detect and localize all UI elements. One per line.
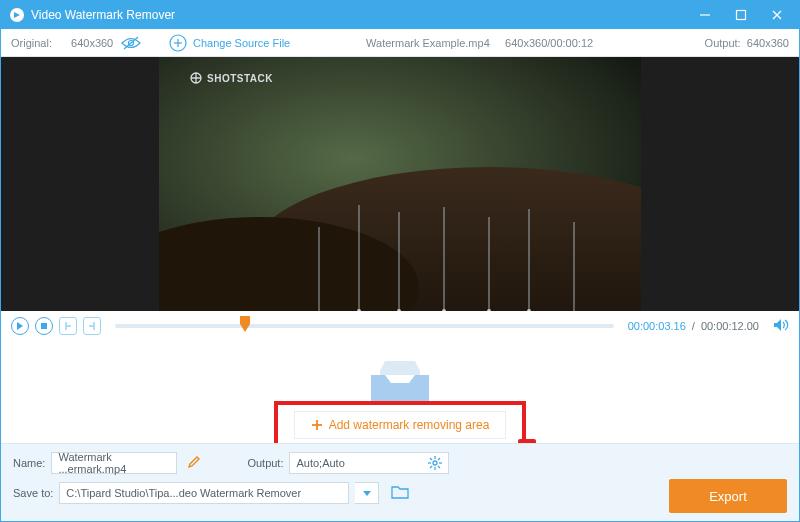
tray-icon (371, 361, 429, 403)
video-frame[interactable]: SHOTSTACK (159, 57, 641, 311)
watermark-logo: SHOTSTACK (189, 71, 273, 85)
time-sep: / (692, 320, 695, 332)
output-format-field[interactable]: Auto;Auto (289, 452, 449, 474)
svg-line-33 (430, 458, 432, 460)
name-label: Name: (13, 457, 45, 469)
svg-rect-2 (737, 11, 746, 20)
app-window: Video Watermark Remover Original: 640x36… (0, 0, 800, 522)
file-dur: 00:00:12 (550, 37, 593, 49)
save-to-field[interactable]: C:\Tipard Studio\Tipa...deo Watermark Re… (59, 482, 349, 504)
add-watermark-area-button[interactable]: Add watermark removing area (294, 411, 507, 439)
file-name: Watermark Example.mp4 (366, 37, 490, 49)
time-total: 00:00:12.00 (701, 320, 759, 332)
file-dim: 640x360 (505, 37, 547, 49)
stop-button[interactable] (35, 317, 53, 335)
save-to-label: Save to: (13, 487, 53, 499)
minimize-button[interactable] (687, 1, 723, 29)
mark-in-button[interactable] (59, 317, 77, 335)
app-icon (9, 7, 25, 23)
add-watermark-area-label: Add watermark removing area (329, 418, 490, 432)
volume-button[interactable] (773, 318, 789, 334)
change-source-button[interactable]: Change Source File (169, 34, 290, 52)
save-to-dropdown[interactable] (355, 482, 379, 504)
title-bar: Video Watermark Remover (1, 1, 799, 29)
play-button[interactable] (11, 317, 29, 335)
svg-rect-25 (41, 323, 47, 329)
playhead-icon[interactable] (238, 316, 252, 334)
change-source-label: Change Source File (193, 37, 290, 49)
playback-bar: 00:00:03.16/00:00:12.00 (1, 311, 799, 341)
drop-zone: Add watermark removing area 4 (1, 341, 799, 443)
svg-line-36 (430, 466, 432, 468)
maximize-button[interactable] (723, 1, 759, 29)
app-title: Video Watermark Remover (31, 8, 175, 22)
output-size: Output: 640x360 (669, 37, 789, 49)
bottom-bar: Name: Watermark ...ermark.mp4 Output: Au… (1, 443, 799, 521)
output-label: Output: (705, 37, 741, 49)
original-size: Original: 640x360 (11, 36, 161, 50)
video-preview: SHOTSTACK (1, 57, 799, 311)
original-dim: 640x360 (71, 37, 113, 49)
file-info: Watermark Example.mp4 640x360/00:00:12 (298, 37, 661, 49)
output-dim: 640x360 (747, 37, 789, 49)
eye-icon[interactable] (121, 36, 141, 50)
edit-name-button[interactable] (187, 455, 201, 471)
svg-point-28 (433, 461, 437, 465)
svg-line-35 (438, 458, 440, 460)
output-format-label: Output: (247, 457, 283, 469)
open-folder-button[interactable] (391, 485, 409, 501)
name-field: Watermark ...ermark.mp4 (51, 452, 177, 474)
watermark-text: SHOTSTACK (207, 73, 273, 84)
gear-icon[interactable] (428, 456, 442, 470)
original-label: Original: (11, 37, 52, 49)
mark-out-button[interactable] (83, 317, 101, 335)
close-button[interactable] (759, 1, 795, 29)
export-button[interactable]: Export (669, 479, 787, 513)
info-bar: Original: 640x360 Change Source File Wat… (1, 29, 799, 57)
time-current: 00:00:03.16 (628, 320, 686, 332)
timeline-track[interactable] (115, 324, 614, 328)
svg-line-34 (438, 466, 440, 468)
